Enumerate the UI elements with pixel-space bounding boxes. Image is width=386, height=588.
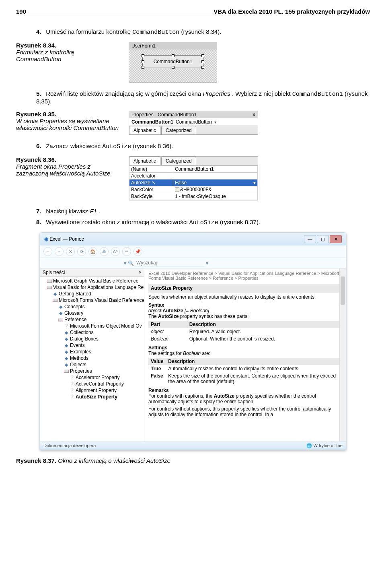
resize-handle[interactable] [142, 60, 144, 63]
resize-handle[interactable] [201, 60, 204, 63]
dropdown-icon[interactable]: ▾ [124, 260, 126, 266]
property-row[interactable]: AutoSize ⤡False▾ [129, 179, 258, 186]
book-icon: 📖 [52, 298, 58, 303]
toc-toggle-icon[interactable]: ☰ [122, 247, 131, 256]
object-selector[interactable]: CommandButton1 CommandButton ▾ [129, 118, 258, 126]
maximize-button[interactable]: ▢ [317, 235, 329, 243]
property-name: (Name) [129, 166, 173, 173]
toc-item[interactable]: ❔Accelerator Property [47, 374, 143, 381]
property-row[interactable]: BackColor&H8000000F& [129, 186, 258, 193]
toc-item[interactable]: 📖Reference [47, 316, 143, 323]
toc-item-label: Visual Basic for Applications Language R… [53, 285, 144, 290]
parts-table: PartDescription objectRequired. A valid … [148, 321, 342, 342]
toc-item[interactable]: ◆Methods [47, 355, 143, 361]
remarks-2: For controls without captions, this prop… [148, 406, 342, 417]
resize-handle[interactable] [142, 54, 144, 57]
home-icon[interactable]: 🏠 [88, 247, 97, 256]
stop-icon[interactable]: ✕ [66, 247, 75, 256]
table-row: TrueAutomatically resizes the control to… [148, 365, 342, 372]
figure-834-title: Rysunek 8.34. [16, 42, 121, 49]
figure-834-desc: Formularz z kontrolką CommandButton [16, 49, 121, 62]
toc-item[interactable]: ◆Dialog Boxes [47, 336, 143, 342]
status-left: Dokumentacja dewelopera [43, 443, 96, 448]
scrollbar[interactable] [339, 268, 346, 442]
tab-categorized[interactable]: Categorized [161, 126, 196, 134]
back-icon[interactable]: ← [43, 247, 52, 256]
toc-tree[interactable]: 📖Microsoft Graph Visual Basic Reference📖… [40, 277, 144, 442]
toc-item[interactable]: ◆Getting Started [47, 291, 143, 297]
figure-835-title: Rysunek 8.35. [16, 111, 121, 118]
toc-item[interactable]: 📖Microsoft Forms Visual Basic Reference [47, 297, 143, 303]
page-icon: ◆ [52, 291, 58, 297]
help-toolbar: ← → ✕ ⟳ 🏠 🖶 Aᴬ ☰ 📌 [40, 246, 346, 258]
minimize-button[interactable]: — [304, 235, 316, 243]
command-button[interactable]: CommandButton1 [142, 55, 203, 68]
toc-item[interactable]: 📖Microsoft Graph Visual Basic Reference [47, 278, 143, 284]
toc-item[interactable]: ◆Objects [47, 361, 143, 368]
search-dropdown-icon[interactable]: ▾ [206, 260, 208, 266]
toc-item-label: AutoSize Property [76, 394, 117, 400]
resize-handle[interactable] [172, 54, 175, 57]
toc-item[interactable]: 📖Visual Basic for Applications Language … [47, 284, 143, 291]
q-icon: ❔ [69, 388, 75, 393]
toc-item[interactable]: ◆Examples [47, 349, 143, 355]
figure-835-desc: W oknie Properties są wyświetlane właści… [16, 118, 121, 131]
toc-title: Spis treści [43, 270, 65, 275]
table-row: BooleanOptional. Whether the control is … [148, 335, 342, 342]
toc-item[interactable]: ❔Microsoft Forms Object Model Ov [47, 323, 143, 329]
page-icon: ◆ [64, 349, 69, 355]
toc-item[interactable]: ◆Events [47, 342, 143, 349]
toc-item[interactable]: 📖Properties [47, 368, 143, 374]
q-icon: ❔ [69, 375, 75, 380]
properties-window-title: Properties - CommandButton1 [131, 112, 197, 118]
help-window: ◉ Excel — Pomoc — ▢ ✕ ← → ✕ ⟳ 🏠 🖶 Aᴬ ☰ 📌… [40, 232, 346, 450]
resize-handle[interactable] [201, 66, 204, 69]
close-button[interactable]: ✕ [330, 235, 342, 243]
book-icon: 📖 [58, 317, 64, 322]
toc-item-label: Microsoft Graph Visual Basic Reference [53, 278, 139, 284]
resize-handle[interactable] [142, 66, 144, 69]
refresh-icon[interactable]: ⟳ [77, 247, 86, 256]
help-titlebar: ◉ Excel — Pomoc — ▢ ✕ [40, 233, 346, 246]
tab-alphabetic[interactable]: Alphabetic [129, 157, 160, 165]
tab-categorized[interactable]: Categorized [161, 157, 196, 165]
book-icon: 📖 [47, 285, 52, 290]
close-icon[interactable]: × [253, 112, 255, 118]
property-row[interactable]: (Name)CommandButton1 [129, 166, 258, 173]
book-icon: 📖 [47, 279, 52, 284]
property-value[interactable]: 1 - fmBackStyleOpaque [173, 193, 257, 200]
pin-icon[interactable]: 📌 [133, 247, 142, 256]
page-icon: ◆ [58, 304, 64, 309]
toc-item[interactable]: ❔ActiveControl Property [47, 381, 143, 387]
property-row[interactable]: Accelerator [129, 173, 258, 179]
toc-item-label: Glossary [64, 310, 83, 316]
font-icon[interactable]: Aᴬ [111, 247, 120, 256]
property-value[interactable] [173, 173, 257, 179]
toc-item[interactable]: ❔Alignment Property [47, 387, 143, 394]
tab-alphabetic[interactable]: Alphabetic [129, 126, 160, 134]
scroll-thumb[interactable] [341, 276, 345, 305]
resize-handle[interactable] [201, 54, 204, 57]
property-value[interactable]: &H8000000F& [173, 186, 257, 193]
resize-handle[interactable] [172, 66, 175, 69]
toc-item[interactable]: ◆Concepts [47, 303, 143, 310]
help-content[interactable]: Excel 2010 Developer Reference > Visual … [144, 268, 346, 442]
settings-table: ValueDescription TrueAutomatically resiz… [148, 358, 342, 385]
q-icon: ❔ [69, 382, 75, 387]
step-5: 5. Rozwiń listę obiektów znajdującą się … [36, 90, 370, 105]
toc-item[interactable]: ◆Collections [47, 329, 143, 336]
property-value[interactable]: False▾ [173, 179, 257, 186]
property-value[interactable]: CommandButton1 [173, 166, 257, 173]
print-icon[interactable]: 🖶 [100, 247, 109, 256]
property-row[interactable]: BackStyle1 - fmBackStyleOpaque [129, 193, 258, 200]
forward-icon[interactable]: → [55, 247, 64, 256]
chevron-down-icon: ▾ [253, 180, 256, 186]
search-input[interactable] [136, 260, 204, 266]
toc-item[interactable]: ◆Glossary [47, 310, 143, 316]
remarks-1: For controls with captions, the AutoSize… [148, 393, 342, 404]
toc-item[interactable]: ❔AutoSize Property [47, 394, 143, 400]
page-number: 190 [16, 8, 26, 15]
page-icon: ◆ [64, 336, 69, 342]
close-toc-icon[interactable]: × [139, 270, 142, 275]
userform-title: UserForm1 [129, 42, 217, 50]
